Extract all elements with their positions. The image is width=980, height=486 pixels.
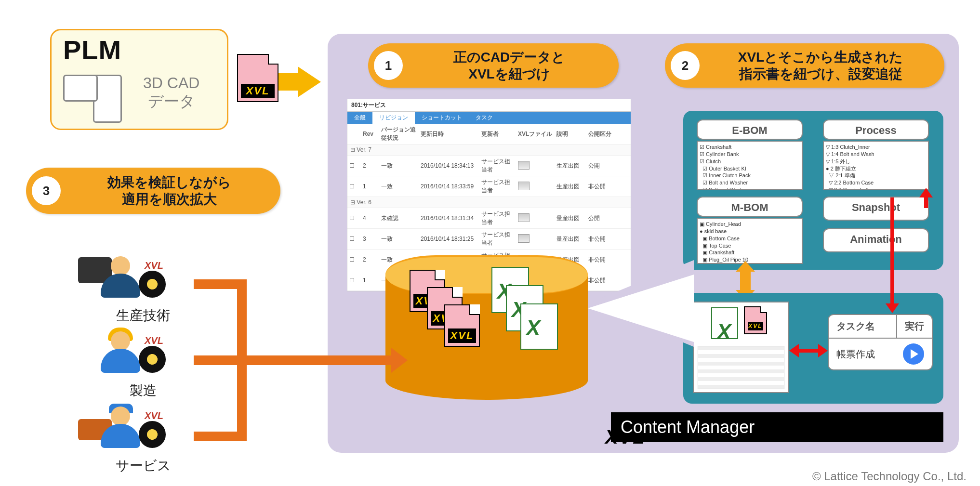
- user-manufacturing-label: 製造: [130, 381, 157, 400]
- td-pub: 非公開: [588, 183, 617, 191]
- product-name-bar: Content Manager: [611, 412, 943, 442]
- card-process: Process: [823, 119, 929, 140]
- tree-ebom: ☑ Crankshaft ☑ Cylinder Bank ☑ Clutch ☑ …: [697, 141, 803, 190]
- excel-icon: [711, 307, 738, 339]
- tab-shortcut[interactable]: ショートカット: [415, 112, 469, 124]
- plm-subtitle: 3D CAD データ: [143, 74, 199, 111]
- pill-3-number: 3: [32, 176, 61, 205]
- tire-icon: [139, 421, 166, 448]
- tab-general[interactable]: 全般: [347, 112, 372, 124]
- plm-title: PLM: [63, 34, 227, 66]
- td-pub: 公開: [588, 214, 617, 223]
- pill-2: 2 XVLとそこから生成された 指示書を紐づけ、設変追従: [665, 43, 944, 88]
- card-snapshot: Snapshot: [823, 197, 929, 221]
- td-updater: サービス担当者: [481, 158, 515, 174]
- td-rev: 1: [363, 277, 378, 284]
- pill-1-text: 正のCADデータと XVLを紐づけ: [411, 49, 619, 82]
- revision-table-tabs[interactable]: 全般 リビジョン ショートカット タスク: [347, 112, 631, 124]
- xvl-file-label: XVL: [241, 84, 275, 98]
- td-status: 一致: [381, 235, 418, 243]
- table-row[interactable]: ☐3一致2016/10/14 18:31:25サービス担当者量産出図非公開: [347, 229, 631, 250]
- td-desc: 生産出図: [556, 162, 585, 170]
- td-updater: サービス担当者: [481, 178, 515, 195]
- avatar-service: [97, 405, 144, 451]
- arrow-upper-lower: [740, 272, 751, 290]
- revision-table-header: Rev バージョン追従状況 更新日時 更新者 XVLファイル 説明 公開区分: [347, 124, 631, 144]
- avatar-engineer: [97, 254, 144, 301]
- pill-3-line2: 適用を順次拡大: [122, 192, 217, 207]
- play-button[interactable]: [903, 343, 924, 365]
- plm-subtitle-line2: データ: [148, 92, 195, 110]
- card-ebom: E-BOM: [697, 119, 803, 140]
- preview-thumbnail: XVL: [693, 302, 789, 393]
- td-rev: 3: [363, 236, 378, 242]
- database-files: XVL XVL XVL: [410, 260, 583, 376]
- users-column: XVL 生産技術 XVL 製造 XVL サービス: [78, 250, 208, 475]
- td-xvlfile: [518, 161, 554, 171]
- plm-subtitle-line1: 3D CAD: [143, 74, 199, 92]
- pill-1-number: 1: [374, 51, 403, 80]
- tree-process: ▽ 1:3 Clutch_Inner ▽ 1:4 Bolt and Wash ▽…: [823, 141, 929, 190]
- revision-group: ⊟ Ver. 6: [347, 197, 631, 208]
- card-mbom: M-BOM: [697, 197, 803, 217]
- td-status: 一致: [381, 162, 418, 170]
- td-xvlfile: [518, 213, 554, 223]
- td-updater: サービス担当者: [481, 231, 515, 247]
- table-row[interactable]: ☐4未確認2016/10/14 18:31:34サービス担当者量産出図公開: [347, 208, 631, 229]
- avatar-worker: [97, 329, 144, 376]
- td-updated: 2016/10/14 18:33:59: [421, 183, 478, 190]
- td-desc: 生産出図: [556, 183, 585, 191]
- table-row[interactable]: ☐2一致2016/10/14 18:34:13サービス担当者生産出図公開: [347, 156, 631, 176]
- card-animation: Animation: [823, 228, 929, 252]
- td-updated: 2016/10/14 18:34:13: [421, 162, 478, 169]
- tasks-lower-panel: XVL タスク名 実行 帳票作成: [683, 293, 943, 404]
- arrow-plm-to-panel: [278, 66, 322, 97]
- row-checkbox[interactable]: ☐: [349, 215, 360, 222]
- td-updated: 2016/10/14 18:31:34: [421, 215, 478, 222]
- task-run-box[interactable]: タスク名 実行 帳票作成: [828, 314, 933, 370]
- th-pub: 公開区分: [588, 130, 617, 138]
- td-pub: 非公開: [588, 235, 617, 243]
- pill-3-text: 効果を検証しながら 適用を順次拡大: [69, 174, 280, 208]
- excel-icon: [520, 303, 558, 350]
- row-checkbox[interactable]: ☐: [349, 183, 360, 190]
- tire-icon: [139, 271, 166, 298]
- tasks-upper-panel: E-BOM ☑ Crankshaft ☑ Cylinder Bank ☑ Clu…: [683, 111, 943, 270]
- row-checkbox[interactable]: ☐: [349, 236, 360, 242]
- th-xvlfile: XVLファイル: [518, 130, 554, 138]
- td-status: 未確認: [381, 214, 418, 223]
- row-checkbox[interactable]: ☐: [349, 256, 360, 263]
- task-run-col-exec: 実行: [897, 315, 932, 338]
- plm-box: PLM 3D CAD データ: [50, 29, 228, 130]
- td-xvlfile: [518, 234, 554, 244]
- xvl-badge: XVL: [145, 335, 163, 346]
- table-row[interactable]: ☐1一致2016/10/14 18:33:59サービス担当者生産出図非公開: [347, 176, 631, 197]
- td-pub: 公開: [588, 162, 617, 170]
- arrow-preview-run: [799, 349, 818, 353]
- td-xvlfile: [518, 182, 554, 192]
- td-desc: 量産出図: [556, 235, 585, 243]
- td-updated: 2016/10/14 18:31:25: [421, 236, 478, 242]
- tab-task[interactable]: タスク: [469, 112, 500, 124]
- tree-mbom: ▣ Cylinder_Head ● skid base ▣ Bottom Cas…: [697, 218, 803, 264]
- th-updater: 更新者: [481, 130, 515, 138]
- pill-2-number: 2: [671, 51, 700, 80]
- copyright: © Lattice Technology Co., Ltd.: [812, 470, 967, 483]
- arrow-run-to-process: [924, 197, 928, 208]
- task-run-name: 帳票作成: [836, 348, 875, 361]
- revision-group: ⊟ Ver. 7: [347, 144, 631, 156]
- callout-pointer-white: [588, 260, 694, 356]
- td-rev: 4: [363, 215, 378, 222]
- pill-2-line2: 指示書を紐づけ、設変追従: [739, 66, 902, 81]
- td-rev: 1: [363, 183, 378, 190]
- pill-2-text: XVLとそこから生成された 指示書を紐づけ、設変追従: [708, 49, 944, 82]
- row-checkbox[interactable]: ☐: [349, 162, 360, 169]
- pill-1: 1 正のCADデータと XVLを紐づけ: [368, 43, 619, 88]
- pill-3-line1: 効果を検証しながら: [107, 175, 231, 190]
- pill-3: 3 効果を検証しながら 適用を順次拡大: [26, 168, 280, 214]
- tab-revision[interactable]: リビジョン: [372, 112, 415, 124]
- th-desc: 説明: [556, 130, 585, 138]
- xvl-badge: XVL: [145, 260, 163, 271]
- arrow-process-to-run: [890, 197, 894, 303]
- row-checkbox[interactable]: ☐: [349, 277, 360, 284]
